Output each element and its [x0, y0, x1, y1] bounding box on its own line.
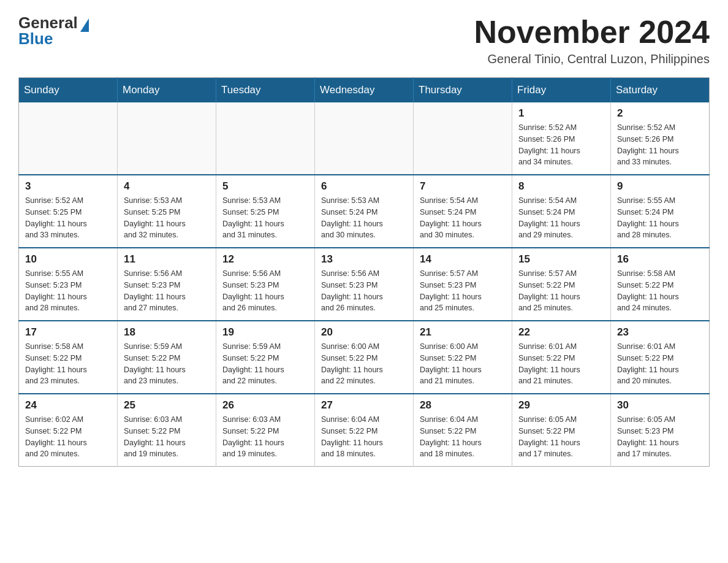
calendar-cell: 7Sunrise: 5:54 AM Sunset: 5:24 PM Daylig… [414, 175, 512, 248]
day-number: 12 [222, 253, 308, 266]
day-number: 28 [420, 399, 506, 412]
location-title: General Tinio, Central Luzon, Philippine… [474, 52, 710, 66]
day-info: Sunrise: 5:54 AM Sunset: 5:24 PM Dayligh… [420, 195, 506, 241]
calendar-cell: 11Sunrise: 5:56 AM Sunset: 5:23 PM Dayli… [118, 248, 216, 321]
calendar-cell: 8Sunrise: 5:54 AM Sunset: 5:24 PM Daylig… [512, 175, 611, 248]
calendar-cell [118, 102, 216, 175]
calendar-cell: 6Sunrise: 5:53 AM Sunset: 5:24 PM Daylig… [315, 175, 414, 248]
day-info: Sunrise: 5:52 AM Sunset: 5:26 PM Dayligh… [617, 122, 703, 168]
day-number: 22 [518, 326, 604, 339]
calendar-cell: 27Sunrise: 6:04 AM Sunset: 5:22 PM Dayli… [315, 394, 414, 467]
day-info: Sunrise: 5:53 AM Sunset: 5:25 PM Dayligh… [124, 195, 210, 241]
day-info: Sunrise: 5:53 AM Sunset: 5:25 PM Dayligh… [222, 195, 308, 241]
day-info: Sunrise: 5:55 AM Sunset: 5:24 PM Dayligh… [617, 195, 703, 241]
calendar-week-row: 3Sunrise: 5:52 AM Sunset: 5:25 PM Daylig… [19, 175, 710, 248]
calendar-cell: 30Sunrise: 6:05 AM Sunset: 5:23 PM Dayli… [611, 394, 710, 467]
calendar-weekday-saturday: Saturday [611, 78, 710, 103]
day-info: Sunrise: 5:57 AM Sunset: 5:23 PM Dayligh… [420, 268, 506, 314]
calendar-cell: 14Sunrise: 5:57 AM Sunset: 5:23 PM Dayli… [414, 248, 512, 321]
day-info: Sunrise: 5:58 AM Sunset: 5:22 PM Dayligh… [25, 341, 111, 387]
calendar-week-row: 10Sunrise: 5:55 AM Sunset: 5:23 PM Dayli… [19, 248, 710, 321]
day-info: Sunrise: 6:05 AM Sunset: 5:23 PM Dayligh… [617, 414, 703, 460]
calendar-cell: 19Sunrise: 5:59 AM Sunset: 5:22 PM Dayli… [216, 321, 315, 394]
calendar-cell [216, 102, 315, 175]
calendar-cell: 25Sunrise: 6:03 AM Sunset: 5:22 PM Dayli… [118, 394, 216, 467]
calendar-cell: 21Sunrise: 6:00 AM Sunset: 5:22 PM Dayli… [414, 321, 512, 394]
day-number: 23 [617, 326, 703, 339]
day-number: 2 [617, 107, 703, 120]
day-number: 19 [222, 326, 308, 339]
calendar-cell: 5Sunrise: 5:53 AM Sunset: 5:25 PM Daylig… [216, 175, 315, 248]
calendar-weekday-tuesday: Tuesday [216, 78, 315, 103]
logo-triangle-icon [80, 18, 89, 32]
day-info: Sunrise: 5:59 AM Sunset: 5:22 PM Dayligh… [124, 341, 210, 387]
day-info: Sunrise: 6:01 AM Sunset: 5:22 PM Dayligh… [617, 341, 703, 387]
calendar-week-row: 1Sunrise: 5:52 AM Sunset: 5:26 PM Daylig… [19, 102, 710, 175]
day-number: 1 [518, 107, 604, 120]
day-number: 29 [518, 399, 604, 412]
day-number: 26 [222, 399, 308, 412]
calendar-cell: 1Sunrise: 5:52 AM Sunset: 5:26 PM Daylig… [512, 102, 611, 175]
calendar-weekday-thursday: Thursday [414, 78, 512, 103]
calendar-cell: 12Sunrise: 5:56 AM Sunset: 5:23 PM Dayli… [216, 248, 315, 321]
day-info: Sunrise: 5:56 AM Sunset: 5:23 PM Dayligh… [124, 268, 210, 314]
calendar-cell: 22Sunrise: 6:01 AM Sunset: 5:22 PM Dayli… [512, 321, 611, 394]
day-number: 15 [518, 253, 604, 266]
day-number: 27 [321, 399, 407, 412]
day-info: Sunrise: 5:52 AM Sunset: 5:25 PM Dayligh… [25, 195, 111, 241]
calendar-weekday-wednesday: Wednesday [315, 78, 414, 103]
day-number: 16 [617, 253, 703, 266]
day-number: 3 [25, 180, 111, 193]
day-info: Sunrise: 6:00 AM Sunset: 5:22 PM Dayligh… [321, 341, 407, 387]
day-info: Sunrise: 6:05 AM Sunset: 5:22 PM Dayligh… [518, 414, 604, 460]
calendar-cell: 9Sunrise: 5:55 AM Sunset: 5:24 PM Daylig… [611, 175, 710, 248]
logo-blue: Blue [18, 31, 53, 47]
day-number: 9 [617, 180, 703, 193]
calendar-cell: 17Sunrise: 5:58 AM Sunset: 5:22 PM Dayli… [19, 321, 118, 394]
day-info: Sunrise: 5:54 AM Sunset: 5:24 PM Dayligh… [518, 195, 604, 241]
page-header: General Blue November 2024 General Tinio… [18, 15, 710, 66]
calendar-cell: 20Sunrise: 6:00 AM Sunset: 5:22 PM Dayli… [315, 321, 414, 394]
calendar-weekday-monday: Monday [118, 78, 216, 103]
calendar-table: SundayMondayTuesdayWednesdayThursdayFrid… [18, 77, 710, 467]
calendar-header-row: SundayMondayTuesdayWednesdayThursdayFrid… [19, 78, 710, 103]
calendar-cell: 4Sunrise: 5:53 AM Sunset: 5:25 PM Daylig… [118, 175, 216, 248]
day-number: 18 [124, 326, 210, 339]
day-number: 17 [25, 326, 111, 339]
calendar-cell: 3Sunrise: 5:52 AM Sunset: 5:25 PM Daylig… [19, 175, 118, 248]
calendar-cell: 13Sunrise: 5:56 AM Sunset: 5:23 PM Dayli… [315, 248, 414, 321]
day-info: Sunrise: 5:55 AM Sunset: 5:23 PM Dayligh… [25, 268, 111, 314]
logo-general: General [18, 15, 78, 31]
day-info: Sunrise: 5:52 AM Sunset: 5:26 PM Dayligh… [518, 122, 604, 168]
calendar-cell: 16Sunrise: 5:58 AM Sunset: 5:22 PM Dayli… [611, 248, 710, 321]
calendar-cell: 24Sunrise: 6:02 AM Sunset: 5:22 PM Dayli… [19, 394, 118, 467]
day-info: Sunrise: 6:02 AM Sunset: 5:22 PM Dayligh… [25, 414, 111, 460]
day-number: 14 [420, 253, 506, 266]
day-number: 13 [321, 253, 407, 266]
day-info: Sunrise: 6:00 AM Sunset: 5:22 PM Dayligh… [420, 341, 506, 387]
day-number: 8 [518, 180, 604, 193]
calendar-weekday-sunday: Sunday [19, 78, 118, 103]
month-title: November 2024 [474, 15, 710, 50]
calendar-cell [414, 102, 512, 175]
day-info: Sunrise: 6:03 AM Sunset: 5:22 PM Dayligh… [124, 414, 210, 460]
logo: General Blue [18, 15, 89, 47]
day-number: 30 [617, 399, 703, 412]
calendar-cell: 28Sunrise: 6:04 AM Sunset: 5:22 PM Dayli… [414, 394, 512, 467]
day-number: 4 [124, 180, 210, 193]
calendar-cell: 2Sunrise: 5:52 AM Sunset: 5:26 PM Daylig… [611, 102, 710, 175]
day-info: Sunrise: 6:03 AM Sunset: 5:22 PM Dayligh… [222, 414, 308, 460]
calendar-cell [315, 102, 414, 175]
calendar-week-row: 17Sunrise: 5:58 AM Sunset: 5:22 PM Dayli… [19, 321, 710, 394]
day-info: Sunrise: 5:57 AM Sunset: 5:22 PM Dayligh… [518, 268, 604, 314]
day-number: 11 [124, 253, 210, 266]
day-number: 24 [25, 399, 111, 412]
day-number: 7 [420, 180, 506, 193]
day-info: Sunrise: 5:56 AM Sunset: 5:23 PM Dayligh… [321, 268, 407, 314]
day-number: 25 [124, 399, 210, 412]
calendar-cell: 15Sunrise: 5:57 AM Sunset: 5:22 PM Dayli… [512, 248, 611, 321]
calendar-week-row: 24Sunrise: 6:02 AM Sunset: 5:22 PM Dayli… [19, 394, 710, 467]
day-info: Sunrise: 5:58 AM Sunset: 5:22 PM Dayligh… [617, 268, 703, 314]
day-number: 20 [321, 326, 407, 339]
calendar-cell: 10Sunrise: 5:55 AM Sunset: 5:23 PM Dayli… [19, 248, 118, 321]
